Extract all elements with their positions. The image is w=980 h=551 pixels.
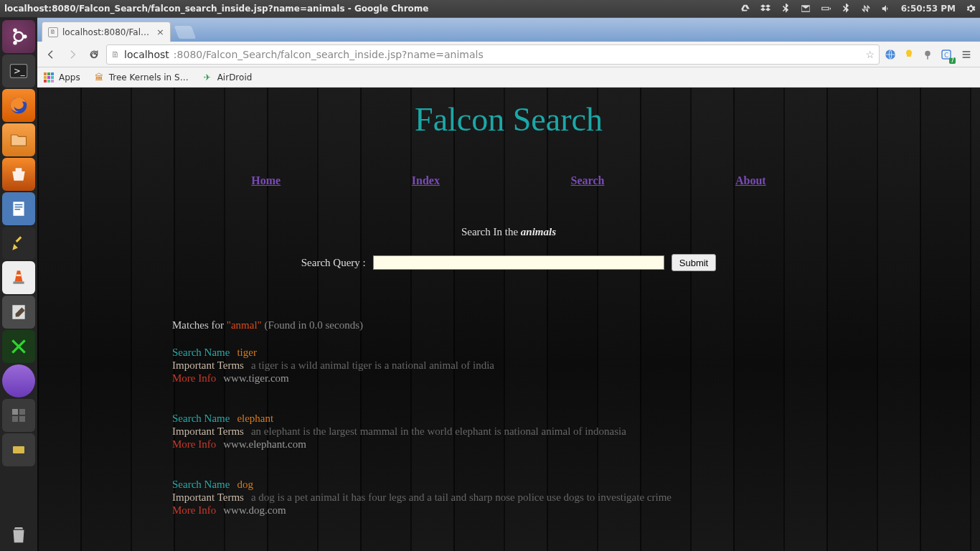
device-icon[interactable] (2, 433, 35, 466)
trash-icon[interactable] (2, 518, 35, 551)
pin-ext-icon[interactable] (920, 47, 936, 62)
result-url[interactable]: www.dog.com (223, 504, 286, 516)
x-app-icon[interactable] (2, 330, 35, 363)
label-more: More Info (172, 372, 216, 384)
svg-rect-8 (15, 204, 23, 206)
matches-prefix: Matches for (172, 319, 227, 331)
writer-icon[interactable] (2, 192, 35, 225)
files-icon[interactable] (2, 123, 35, 156)
label-more: More Info (172, 438, 216, 450)
result-name: tiger (237, 347, 257, 358)
result-terms: an elephant is the largest mammal in the… (251, 425, 626, 437)
submit-button[interactable]: Submit (672, 254, 716, 271)
search-category: animals (521, 226, 556, 237)
matches-line: Matches for "anmal" (Found in 0.0 second… (172, 319, 980, 331)
tree-label: Tree Kernels in S… (109, 72, 189, 83)
firefox-icon[interactable] (2, 89, 35, 122)
page-nav: Home Index Search About (186, 174, 831, 187)
gdrive-icon[interactable] (740, 4, 750, 14)
query-echo: "anmal" (227, 319, 262, 331)
dropbox-icon[interactable] (760, 4, 771, 14)
new-tab-button[interactable] (174, 26, 197, 39)
text-editor-icon[interactable] (2, 296, 35, 329)
eclipse-icon[interactable] (2, 364, 35, 397)
result-terms: a dog is a pet animal it has four legs a… (251, 491, 672, 503)
result-item: Search Nameelephant Important Termsan el… (172, 412, 980, 451)
bookmark-star-icon[interactable]: ☆ (865, 49, 875, 60)
nav-index[interactable]: Index (412, 174, 440, 187)
gear-icon[interactable] (966, 4, 976, 14)
nav-search[interactable]: Search (571, 174, 605, 187)
tab-strip: 🗎 localhost:8080/Falcon_Se × (37, 17, 980, 42)
url-path: :8080/Falcon_Search/falcon_search_inside… (174, 49, 484, 60)
toolbar: 🗎 localhost:8080/Falcon_Search/falcon_se… (37, 42, 980, 67)
url-host: localhost (124, 49, 169, 60)
bluetooth-icon[interactable] (781, 4, 791, 14)
tree-kernels-bookmark[interactable]: 🏛Tree Kernels in S… (93, 72, 189, 83)
svg-point-22 (925, 50, 930, 56)
address-bar[interactable]: 🗎 localhost:8080/Falcon_Search/falcon_se… (106, 44, 880, 65)
battery-icon[interactable] (821, 4, 831, 14)
workspace-icon[interactable] (2, 399, 35, 432)
dash-icon[interactable] (2, 20, 35, 53)
apps-icon (44, 72, 54, 83)
mail-icon[interactable] (801, 4, 811, 14)
browser-tab[interactable]: 🗎 localhost:8080/Falcon_Se × (42, 22, 171, 42)
page-icon: 🗎 (111, 50, 120, 60)
software-center-icon[interactable] (2, 158, 35, 191)
svg-rect-9 (15, 207, 23, 208)
forward-button[interactable] (63, 45, 82, 64)
bookmark-icon: ✈ (202, 72, 213, 83)
result-url[interactable]: www.tiger.com (223, 372, 289, 384)
label-more: More Info (172, 504, 216, 516)
system-menubar: localhost:8080/Falcon_Search/falcon_sear… (0, 0, 980, 17)
svg-rect-19 (19, 416, 25, 422)
search-context: Search In the animals (37, 226, 980, 238)
window-title: localhost:8080/Falcon_Search/falcon_sear… (4, 4, 740, 14)
terminal-icon[interactable]: >_ (2, 55, 35, 88)
svg-point-3 (13, 41, 17, 45)
page-icon: 🗎 (48, 27, 58, 37)
results: Matches for "anmal" (Found in 0.0 second… (172, 319, 980, 517)
airdroid-label: AirDroid (217, 72, 253, 83)
result-url[interactable]: www.elephant.com (223, 438, 306, 450)
label-terms: Important Terms (172, 491, 244, 503)
svg-text:>_: >_ (14, 66, 25, 76)
network-icon[interactable] (861, 4, 871, 14)
result-name: elephant (237, 413, 273, 424)
ext-badge-icon[interactable]: C7 (938, 47, 954, 62)
svg-rect-18 (12, 416, 18, 422)
bulb-ext-icon[interactable] (901, 47, 917, 62)
back-button[interactable] (42, 45, 60, 64)
airdroid-bookmark[interactable]: ✈AirDroid (202, 72, 253, 83)
volume-icon[interactable] (881, 4, 891, 14)
svg-text:C: C (944, 51, 948, 58)
nav-about[interactable]: About (735, 174, 766, 187)
clock[interactable]: 6:50:53 PM (901, 4, 956, 14)
apps-bookmark[interactable]: Apps (43, 72, 80, 83)
search-input[interactable] (373, 255, 664, 270)
label-name: Search Name (172, 479, 230, 490)
bookmark-icon: 🏛 (93, 72, 105, 83)
query-label: Search Query : (301, 257, 366, 268)
svg-point-2 (13, 29, 17, 33)
bluetooth2-icon[interactable] (841, 4, 851, 14)
timing: (Found in 0.0 seconds) (262, 319, 363, 331)
svg-rect-12 (13, 281, 24, 283)
svg-rect-17 (19, 409, 25, 415)
search-in-prefix: Search In the (461, 226, 521, 237)
nav-home[interactable]: Home (251, 174, 281, 187)
reload-button[interactable] (85, 45, 103, 64)
cleaner-icon[interactable] (2, 227, 35, 260)
page-content: Falcon Search Home Index Search About Se… (37, 88, 980, 551)
menu-button[interactable] (957, 45, 976, 64)
svg-point-0 (14, 32, 24, 42)
svg-rect-10 (15, 209, 21, 210)
close-icon[interactable]: × (156, 27, 164, 37)
apps-label: Apps (59, 72, 80, 83)
unity-launcher: >_ (0, 17, 37, 551)
chrome-window: 🗎 localhost:8080/Falcon_Se × 🗎 localhost… (37, 17, 980, 551)
globe-ext-icon[interactable] (882, 47, 898, 62)
label-name: Search Name (172, 413, 230, 424)
vlc-icon[interactable] (2, 261, 35, 294)
